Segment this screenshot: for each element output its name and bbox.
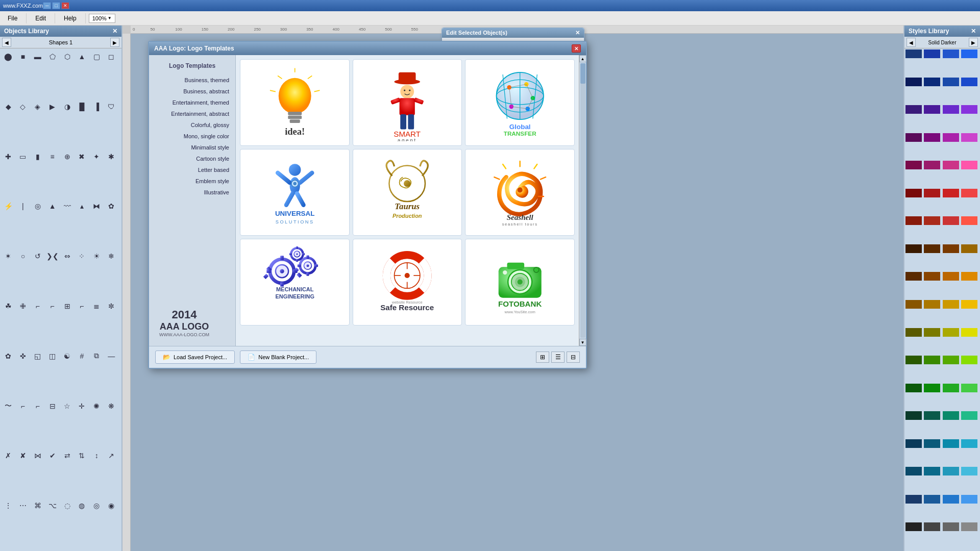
modal-close-button[interactable]: ✕ (572, 44, 581, 53)
svg-rect-17 (408, 115, 414, 130)
svg-rect-67 (280, 256, 284, 260)
logo-card-taurus[interactable]: Taurus Production (353, 149, 462, 236)
svg-point-31 (531, 96, 535, 100)
svg-line-58 (541, 178, 546, 180)
svg-line-8 (270, 90, 276, 92)
view-list-button[interactable]: ☰ (551, 352, 565, 363)
branding-url: WWW.AAA-LOGO.COM (159, 332, 209, 337)
svg-rect-85 (296, 246, 298, 249)
svg-rect-18 (390, 97, 401, 105)
category-emblem[interactable]: Emblem style (149, 176, 235, 187)
svg-line-5 (308, 76, 312, 79)
category-business-abstract[interactable]: Business, abstract (149, 86, 235, 97)
svg-point-0 (278, 78, 311, 114)
category-letter[interactable]: Letter based (149, 164, 235, 176)
svg-text:www.YouSite.com: www.YouSite.com (504, 310, 535, 314)
load-icon: 📂 (163, 354, 170, 361)
svg-line-45 (286, 194, 293, 206)
svg-point-48 (293, 182, 297, 186)
svg-text:agent: agent (398, 138, 417, 141)
category-entertainment-themed[interactable]: Entertainment, themed (149, 97, 235, 108)
svg-text:ENGINEERING: ENGINEERING (275, 293, 314, 299)
load-button-label: Load Saved Project... (174, 354, 227, 360)
svg-text:Production: Production (393, 213, 422, 219)
svg-point-12 (401, 85, 414, 99)
svg-point-55 (518, 188, 523, 193)
svg-line-6 (314, 90, 320, 92)
scroll-track (580, 63, 585, 338)
svg-rect-80 (314, 265, 318, 267)
logo-card-mechanical[interactable]: MECHANICAL ENGINEERING (240, 239, 350, 325)
svg-rect-3 (289, 120, 300, 123)
svg-text:Seashell: Seashell (507, 214, 534, 222)
svg-line-61 (494, 178, 499, 180)
category-mono[interactable]: Mono, single color (149, 131, 235, 142)
svg-text:idea!: idea! (285, 127, 305, 137)
footer-view-icons: ⊞ ☰ ⊟ (536, 352, 580, 363)
scroll-thumb[interactable] (580, 63, 585, 84)
svg-line-46 (297, 194, 304, 206)
modal-footer: 📂 Load Saved Project... 📄 New Blank Proj… (149, 346, 586, 368)
branding: 2014 AAA LOGO WWW.AAA-LOGO.COM (159, 308, 209, 337)
new-icon: 📄 (248, 354, 255, 361)
svg-point-108 (534, 267, 539, 272)
svg-rect-78 (306, 256, 309, 259)
modal-titlebar: AAA Logo: Logo Templates ✕ (149, 42, 586, 55)
template-categories-sidebar: Logo Templates Business, themed Business… (149, 55, 236, 346)
modal-body: Logo Templates Business, themed Business… (149, 55, 586, 346)
svg-rect-1 (288, 112, 302, 115)
scroll-down-button[interactable]: ▼ (579, 339, 586, 346)
svg-line-43 (278, 173, 290, 183)
svg-rect-81 (297, 265, 301, 267)
svg-rect-88 (289, 253, 291, 255)
logo-card-safe-resource[interactable]: website Resource Safe Resource (353, 239, 462, 325)
category-entertainment-abstract[interactable]: Entertainment, abstract (149, 108, 235, 119)
logo-templates-dialog: AAA Logo: Logo Templates ✕ Logo Template… (148, 41, 587, 369)
scroll-up-button[interactable]: ▲ (579, 55, 586, 62)
category-business-themed[interactable]: Business, themed (149, 74, 235, 86)
svg-rect-87 (302, 253, 305, 255)
logo-card-universal[interactable]: UNIVERSAL SOLUTIONS (240, 149, 350, 236)
svg-point-14 (409, 90, 410, 91)
svg-text:MECHANICAL: MECHANICAL (276, 286, 314, 292)
category-minimalist[interactable]: Minimalist style (149, 142, 235, 153)
svg-text:FOTOBANK: FOTOBANK (498, 300, 542, 309)
logo-card-idea[interactable]: idea! (240, 59, 350, 146)
svg-rect-15 (400, 98, 415, 116)
svg-text:SMART: SMART (394, 130, 421, 138)
modal-title-text: AAA Logo: Logo Templates (154, 45, 234, 52)
svg-rect-102 (507, 263, 524, 269)
svg-rect-11 (399, 72, 416, 84)
svg-line-7 (278, 76, 282, 79)
logo-card-global-transfer[interactable]: Global TRANSFER (465, 59, 575, 146)
view-detail-button[interactable]: ⊟ (567, 352, 580, 363)
svg-text:TRANSFER: TRANSFER (504, 131, 536, 137)
new-project-button[interactable]: 📄 New Blank Project... (240, 350, 316, 364)
svg-text:seashell tours: seashell tours (502, 222, 538, 227)
category-illustrative[interactable]: Illustrative (149, 187, 235, 198)
footer-buttons: 📂 Load Saved Project... 📄 New Blank Proj… (155, 350, 316, 364)
svg-line-44 (300, 173, 312, 183)
view-grid-button[interactable]: ⊞ (536, 352, 549, 363)
svg-rect-2 (288, 116, 302, 119)
svg-line-57 (534, 164, 537, 168)
category-colorful-glossy[interactable]: Colorful, glossy (149, 119, 235, 131)
svg-rect-86 (296, 259, 298, 262)
svg-rect-16 (401, 115, 407, 130)
svg-point-77 (306, 265, 309, 267)
svg-rect-19 (414, 97, 424, 105)
svg-point-41 (289, 164, 301, 177)
logo-card-smart-agent[interactable]: SMART agent (353, 59, 462, 146)
modal-scrollbar: ▲ ▼ (579, 55, 586, 346)
svg-rect-74 (263, 274, 268, 280)
branding-logo-name: AAA LOGO (159, 321, 209, 332)
logo-card-seashell[interactable]: Seashell seashell tours (465, 149, 575, 236)
logo-card-fotobank[interactable]: FOTOBANK www.YouSite.com (465, 239, 575, 325)
load-project-button[interactable]: 📂 Load Saved Project... (155, 350, 235, 364)
svg-point-84 (296, 254, 298, 255)
logo-grid-content: idea! (236, 55, 579, 346)
category-cartoon[interactable]: Cartoon style (149, 153, 235, 164)
modal-overlay: AAA Logo: Logo Templates ✕ Logo Template… (0, 0, 980, 551)
branding-year: 2014 (159, 308, 209, 321)
svg-point-66 (280, 269, 284, 273)
